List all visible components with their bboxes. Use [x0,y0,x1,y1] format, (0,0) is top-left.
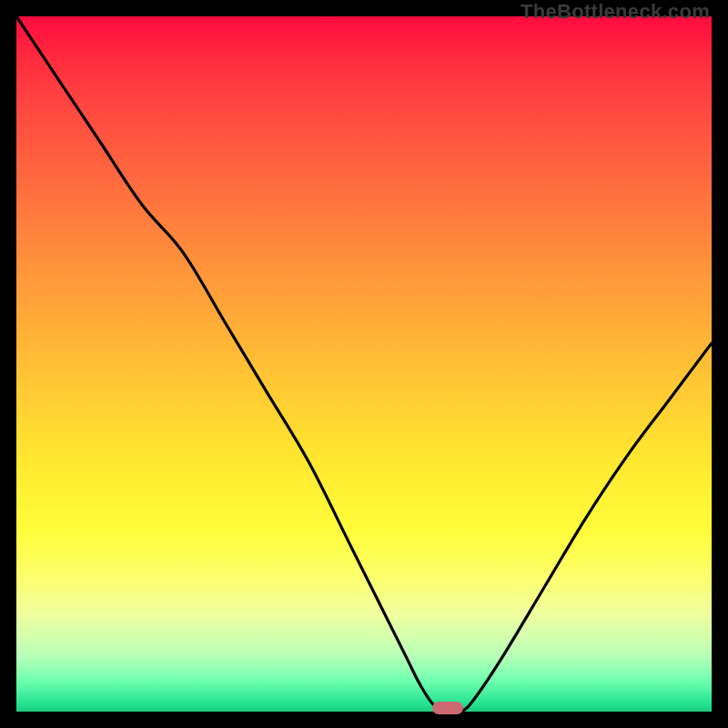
watermark-text: TheBottleneck.com [521,0,710,24]
chart-frame: TheBottleneck.com [0,0,728,728]
plot-area [16,16,712,712]
optimal-point-marker [432,702,463,714]
bottleneck-curve [16,16,712,712]
